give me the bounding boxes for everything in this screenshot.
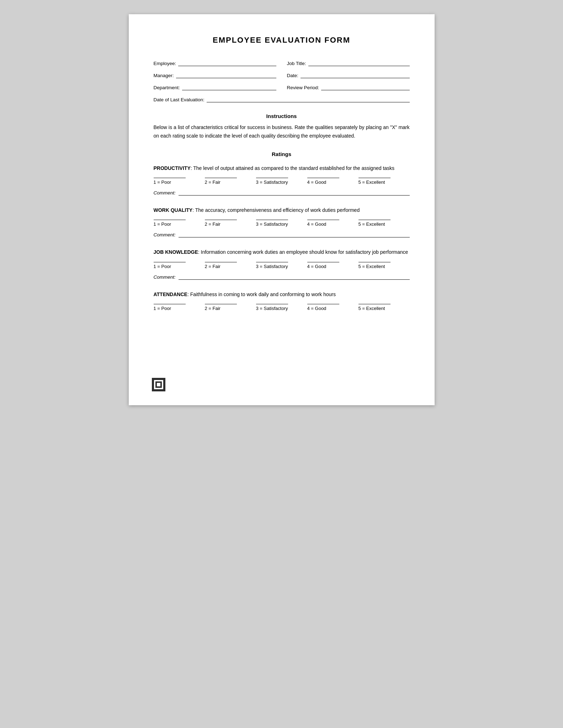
category-job-knowledge: JOB KNOWLEDGE: Information concerning wo… [154, 248, 410, 279]
category-title-work-quality: WORK QUALITY: The accuracy, comprehensiv… [154, 206, 410, 214]
manager-label: Manager: [154, 73, 174, 78]
rating-label-work-quality-2: 2 = Fair [205, 221, 221, 227]
rating-item-job-knowledge-5[interactable]: 5 = Excellent [358, 262, 410, 269]
date-field[interactable]: Date: [287, 71, 410, 78]
rating-item-productivity-2[interactable]: 2 = Fair [205, 178, 256, 185]
rating-item-work-quality-4[interactable]: 4 = Good [307, 220, 358, 227]
category-productivity: PRODUCTIVITY: The level of output attain… [154, 164, 410, 196]
comment-line-productivity [179, 188, 410, 196]
manager-field[interactable]: Manager: [154, 71, 276, 78]
job-title-label: Job Title: [287, 61, 306, 66]
rating-item-job-knowledge-3[interactable]: 3 = Satisfactory [256, 262, 307, 269]
review-period-label: Review Period: [287, 85, 319, 90]
rating-line-productivity-5 [358, 178, 391, 178]
rating-line-work-quality-4 [307, 220, 339, 220]
rating-item-attendance-1[interactable]: 1 = Poor [154, 304, 205, 311]
fields-row-3: Department: Review Period: [154, 83, 410, 90]
rating-label-work-quality-3: 3 = Satisfactory [256, 221, 288, 227]
rating-item-work-quality-3[interactable]: 3 = Satisfactory [256, 220, 307, 227]
comment-row-job-knowledge[interactable]: Comment: [154, 273, 410, 280]
rating-line-productivity-4 [307, 178, 339, 178]
rating-item-work-quality-2[interactable]: 2 = Fair [205, 220, 256, 227]
instructions-heading: Instructions [154, 113, 410, 119]
fields-row-2: Manager: Date: [154, 71, 410, 78]
department-field[interactable]: Department: [154, 83, 276, 90]
rating-item-productivity-5[interactable]: 5 = Excellent [358, 178, 410, 185]
rating-scale-job-knowledge: 1 = Poor2 = Fair3 = Satisfactory4 = Good… [154, 262, 410, 269]
rating-label-job-knowledge-5: 5 = Excellent [358, 264, 385, 269]
page: EMPLOYEE EVALUATION FORM Employee: Job T… [129, 14, 435, 405]
rating-scale-attendance: 1 = Poor2 = Fair3 = Satisfactory4 = Good… [154, 304, 410, 311]
rating-label-job-knowledge-2: 2 = Fair [205, 264, 221, 269]
rating-label-productivity-4: 4 = Good [307, 180, 326, 185]
rating-item-productivity-3[interactable]: 3 = Satisfactory [256, 178, 307, 185]
svg-rect-2 [157, 383, 160, 386]
job-title-field[interactable]: Job Title: [287, 59, 410, 66]
comment-line-job-knowledge [179, 273, 410, 280]
rating-line-job-knowledge-2 [205, 262, 237, 262]
rating-item-attendance-3[interactable]: 3 = Satisfactory [256, 304, 307, 311]
rating-line-job-knowledge-5 [358, 262, 391, 262]
category-title-job-knowledge: JOB KNOWLEDGE: Information concerning wo… [154, 248, 410, 256]
comment-label-work-quality: Comment: [154, 232, 176, 237]
rating-item-work-quality-1[interactable]: 1 = Poor [154, 220, 205, 227]
rating-label-productivity-3: 3 = Satisfactory [256, 180, 288, 185]
date-label: Date: [287, 73, 298, 78]
rating-label-work-quality-5: 5 = Excellent [358, 221, 385, 227]
instructions-text: Below is a list of characteristics criti… [154, 123, 410, 140]
rating-item-productivity-1[interactable]: 1 = Poor [154, 178, 205, 185]
rating-line-work-quality-3 [256, 220, 288, 220]
rating-label-attendance-4: 4 = Good [307, 306, 326, 311]
category-title-attendance: ATTENDANCE: Faithfulness in coming to wo… [154, 290, 410, 298]
logo-icon [152, 378, 165, 391]
rating-line-work-quality-1 [154, 220, 186, 220]
rating-label-job-knowledge-1: 1 = Poor [154, 264, 171, 269]
rating-item-productivity-4[interactable]: 4 = Good [307, 178, 358, 185]
last-eval-field[interactable]: Date of Last Evaluation: [154, 95, 410, 102]
review-period-line [321, 83, 409, 90]
rating-line-job-knowledge-1 [154, 262, 186, 262]
rating-line-productivity-3 [256, 178, 288, 178]
manager-line [176, 71, 276, 78]
rating-item-attendance-5[interactable]: 5 = Excellent [358, 304, 410, 311]
rating-scale-productivity: 1 = Poor2 = Fair3 = Satisfactory4 = Good… [154, 178, 410, 185]
footer-logo [152, 378, 165, 393]
rating-label-job-knowledge-3: 3 = Satisfactory [256, 264, 288, 269]
rating-item-job-knowledge-4[interactable]: 4 = Good [307, 262, 358, 269]
comment-label-productivity: Comment: [154, 190, 176, 196]
employee-line [178, 59, 276, 66]
job-title-line [308, 59, 410, 66]
rating-scale-work-quality: 1 = Poor2 = Fair3 = Satisfactory4 = Good… [154, 220, 410, 227]
categories-container: PRODUCTIVITY: The level of output attain… [154, 164, 410, 311]
category-attendance: ATTENDANCE: Faithfulness in coming to wo… [154, 290, 410, 311]
rating-label-work-quality-4: 4 = Good [307, 221, 326, 227]
rating-item-job-knowledge-2[interactable]: 2 = Fair [205, 262, 256, 269]
rating-label-productivity-1: 1 = Poor [154, 180, 171, 185]
rating-line-attendance-5 [358, 304, 391, 304]
rating-label-productivity-5: 5 = Excellent [358, 180, 385, 185]
rating-label-attendance-3: 3 = Satisfactory [256, 306, 288, 311]
rating-item-work-quality-5[interactable]: 5 = Excellent [358, 220, 410, 227]
category-work-quality: WORK QUALITY: The accuracy, comprehensiv… [154, 206, 410, 237]
fields-row-1: Employee: Job Title: [154, 59, 410, 66]
rating-line-productivity-1 [154, 178, 186, 178]
review-period-field[interactable]: Review Period: [287, 83, 410, 90]
rating-line-work-quality-2 [205, 220, 237, 220]
comment-row-productivity[interactable]: Comment: [154, 188, 410, 196]
rating-item-job-knowledge-1[interactable]: 1 = Poor [154, 262, 205, 269]
department-label: Department: [154, 85, 180, 90]
department-line [182, 83, 276, 90]
employee-field[interactable]: Employee: [154, 59, 276, 66]
rating-item-attendance-4[interactable]: 4 = Good [307, 304, 358, 311]
rating-line-productivity-2 [205, 178, 237, 178]
rating-label-job-knowledge-4: 4 = Good [307, 264, 326, 269]
rating-label-productivity-2: 2 = Fair [205, 180, 221, 185]
last-eval-line [207, 95, 410, 102]
rating-item-attendance-2[interactable]: 2 = Fair [205, 304, 256, 311]
date-line [301, 71, 410, 78]
comment-row-work-quality[interactable]: Comment: [154, 230, 410, 237]
category-title-productivity: PRODUCTIVITY: The level of output attain… [154, 164, 410, 172]
rating-line-work-quality-5 [358, 220, 391, 220]
rating-label-attendance-1: 1 = Poor [154, 306, 171, 311]
page-title: EMPLOYEE EVALUATION FORM [154, 36, 410, 45]
